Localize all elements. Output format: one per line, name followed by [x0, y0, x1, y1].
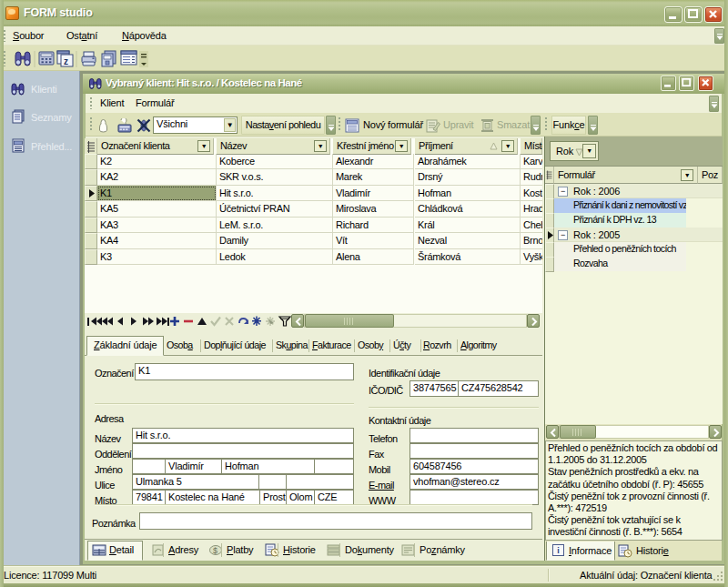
svg-text:$: $ [213, 546, 217, 555]
svg-text:z: z [64, 56, 68, 66]
